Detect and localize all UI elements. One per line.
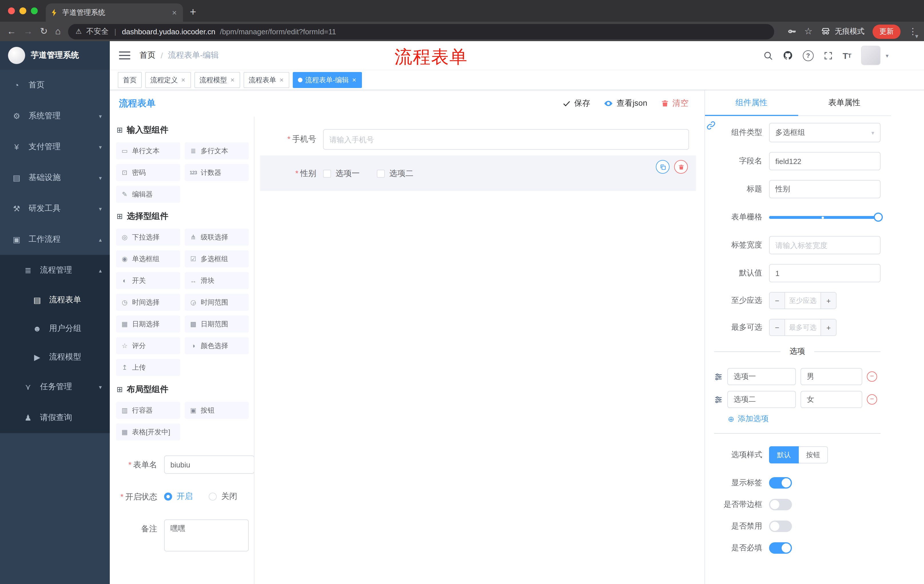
phone-field-row[interactable]: *手机号 — [254, 129, 689, 150]
window-close-button[interactable] — [8, 7, 15, 14]
tab-component-props[interactable]: 组件属性 — [705, 90, 798, 115]
tag-close-icon[interactable]: × — [279, 76, 284, 84]
link-icon[interactable] — [706, 120, 716, 133]
component-item[interactable]: ⊡密码 — [116, 164, 180, 181]
tag-process-form-edit[interactable]: 流程表单-编辑 × — [293, 72, 362, 88]
option-value-input[interactable] — [800, 391, 862, 408]
font-size-icon[interactable]: TT — [843, 51, 851, 60]
add-option-button[interactable]: ⊕ 添加选项 — [728, 414, 881, 424]
sidebar-item-task-management[interactable]: ⋎ 任务管理 ▾ — [0, 372, 110, 402]
stepper-plus-button[interactable]: + — [820, 319, 836, 336]
border-toggle[interactable] — [769, 499, 792, 510]
default-value-input[interactable] — [769, 264, 881, 282]
new-tab-button[interactable]: + — [190, 6, 196, 18]
gender-field-selected[interactable]: *性别 选项一 选项二 — [260, 155, 696, 191]
sidebar-item-process-form[interactable]: ▤ 流程表单 — [0, 286, 110, 314]
max-select-input[interactable] — [785, 319, 820, 336]
stepper-minus-button[interactable]: − — [770, 319, 785, 336]
browser-tab[interactable]: 芋道管理系统 × — [46, 3, 183, 22]
tag-home[interactable]: 首页 — [118, 72, 142, 88]
required-toggle[interactable] — [769, 542, 792, 554]
component-item[interactable]: ▩日期范围 — [185, 316, 249, 332]
form-canvas[interactable]: *手机号 *性别 选项一 选项二 — [254, 117, 705, 584]
slider-track[interactable] — [769, 216, 881, 219]
option-value-input[interactable] — [800, 368, 862, 385]
slider-handle[interactable] — [874, 212, 883, 222]
bookmark-star-icon[interactable]: ☆ — [804, 27, 812, 36]
component-item[interactable]: ☆评分 — [116, 337, 180, 354]
tab-form-props[interactable]: 表单属性 — [798, 90, 891, 115]
style-default-button[interactable]: 默认 — [769, 446, 799, 464]
forward-button[interactable]: → — [23, 27, 33, 36]
sidebar-item-system[interactable]: ⚙ 系统管理 ▾ — [0, 100, 110, 132]
component-item[interactable]: ◎下拉选择 — [116, 229, 180, 246]
clear-button[interactable]: 清空 — [661, 98, 688, 109]
min-select-input[interactable] — [785, 293, 820, 309]
delete-field-button[interactable] — [674, 160, 688, 174]
option-label-input[interactable] — [727, 391, 796, 408]
label-width-input[interactable] — [769, 236, 881, 254]
tag-process-form[interactable]: 流程表单 × — [244, 72, 289, 88]
tag-close-icon[interactable]: × — [181, 76, 186, 84]
title-input[interactable] — [769, 180, 881, 198]
window-minimize-button[interactable] — [20, 7, 26, 14]
radio-closed[interactable]: 关闭 — [209, 492, 237, 502]
profile-chevron-icon[interactable]: ▾ — [915, 33, 918, 40]
component-item[interactable]: ▭单行文本 — [116, 142, 180, 160]
sidebar-item-user-group[interactable]: ☻ 用户分组 — [0, 314, 110, 343]
phone-input[interactable] — [323, 129, 689, 150]
show-label-toggle[interactable] — [769, 477, 792, 489]
github-icon[interactable] — [782, 50, 793, 61]
window-zoom-button[interactable] — [31, 7, 38, 14]
component-item[interactable]: ✎编辑器 — [116, 186, 180, 203]
drag-handle-icon[interactable] — [714, 395, 723, 404]
component-item[interactable]: ↔滑块 — [185, 272, 249, 289]
stepper-minus-button[interactable]: − — [770, 293, 785, 309]
style-button-button[interactable]: 按钮 — [799, 446, 828, 464]
password-key-icon[interactable] — [787, 27, 796, 36]
view-json-button[interactable]: 查看json — [604, 98, 647, 109]
tag-process-definition[interactable]: 流程定义 × — [145, 72, 191, 88]
component-item[interactable]: ▦日期选择 — [116, 316, 180, 332]
hamburger-icon[interactable] — [119, 51, 130, 59]
home-button[interactable]: ⌂ — [55, 27, 61, 36]
sidebar-item-process-management[interactable]: ≣ 流程管理 ▴ — [0, 255, 110, 286]
component-item[interactable]: ▣按钮 — [185, 402, 249, 419]
component-item[interactable]: ◷时间选择 — [116, 294, 180, 311]
sidebar-item-payment[interactable]: ¥ 支付管理 ▾ — [0, 132, 110, 162]
breadcrumb-home[interactable]: 首页 — [140, 50, 155, 61]
sidebar-item-workflow[interactable]: ▣ 工作流程 ▴ — [0, 224, 110, 255]
grid-slider[interactable] — [769, 208, 881, 226]
sidebar-item-leave-query[interactable]: ♟ 请假查询 — [0, 402, 110, 433]
stepper-plus-button[interactable]: + — [820, 293, 836, 309]
component-item[interactable]: ◶时间范围 — [185, 294, 249, 311]
component-item[interactable]: 123计数器 — [185, 164, 249, 181]
component-item[interactable]: ▥行容器 — [116, 402, 180, 419]
tag-close-icon[interactable]: × — [351, 76, 357, 84]
tab-close-icon[interactable]: × — [170, 8, 178, 17]
sidebar-item-home[interactable]: ◔ 首页 — [0, 70, 110, 100]
help-icon[interactable]: ? — [802, 50, 813, 61]
component-item[interactable]: ≣多行文本 — [185, 142, 249, 160]
remark-textarea[interactable]: 嘿嘿 — [164, 520, 249, 551]
tag-close-icon[interactable]: × — [230, 76, 235, 84]
component-item[interactable]: ▦表格[开发中] — [116, 423, 180, 441]
sidebar-item-infrastructure[interactable]: ▤ 基础设施 ▾ — [0, 162, 110, 193]
sidebar-item-devtools[interactable]: ⚒ 研发工具 ▾ — [0, 193, 110, 224]
component-type-select[interactable]: 多选框组 ▾ — [769, 123, 881, 142]
disabled-toggle[interactable] — [769, 521, 792, 532]
address-bar[interactable]: ⚠ 不安全 | dashboard.yudao.iocoder.cn/bpm/m… — [68, 24, 774, 39]
form-name-input[interactable] — [164, 456, 254, 474]
drag-handle-icon[interactable] — [714, 372, 723, 381]
back-button[interactable]: ← — [7, 27, 16, 36]
component-item[interactable]: ◐开关 — [116, 272, 180, 289]
field-name-input[interactable] — [769, 152, 881, 170]
checkbox-option-1[interactable]: 选项一 — [323, 169, 360, 179]
copy-field-button[interactable] — [656, 160, 670, 174]
reload-button[interactable]: ↻ — [40, 27, 48, 36]
search-icon[interactable] — [763, 51, 773, 60]
tag-process-model[interactable]: 流程模型 × — [195, 72, 240, 88]
component-item[interactable]: ⋔级联选择 — [185, 229, 249, 246]
component-item[interactable]: ◉单选框组 — [116, 250, 180, 267]
component-item[interactable]: ☑多选框组 — [185, 250, 249, 267]
